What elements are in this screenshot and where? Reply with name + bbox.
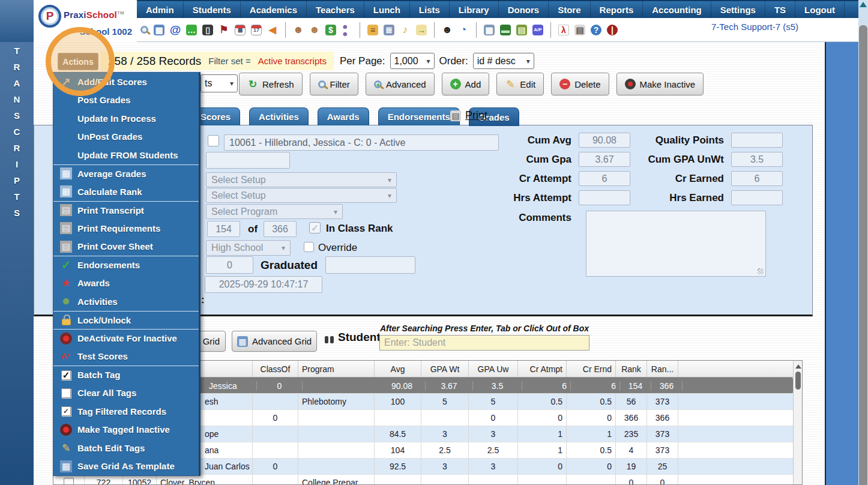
column-header-cr-ernd[interactable]: Cr Ernd bbox=[567, 361, 616, 377]
person-icon[interactable]: ☻ bbox=[309, 25, 320, 35]
menu-item-update-from-students[interactable]: Update FROM Students bbox=[53, 146, 199, 164]
column-header-ran[interactable]: Ran... bbox=[647, 361, 678, 377]
user-suit-icon[interactable]: ☻ bbox=[442, 25, 453, 35]
tab-activities[interactable]: Activities bbox=[249, 107, 309, 125]
calendar-grid-icon[interactable]: ▦ bbox=[235, 25, 246, 35]
menu-item-awards[interactable]: ★Awards bbox=[53, 274, 199, 293]
order-select[interactable]: id # desc▾ bbox=[473, 53, 534, 69]
empty-field[interactable] bbox=[206, 152, 290, 169]
menu-item-make-tagged-inactive[interactable]: Make Tagged Inactive bbox=[53, 421, 199, 439]
nav-item-accounting[interactable]: Accounting bbox=[643, 1, 711, 18]
add-button[interactable]: +Add bbox=[442, 73, 490, 95]
column-header-classof[interactable]: ClassOf bbox=[253, 361, 298, 377]
menu-item-test-scores[interactable]: A⁺Test Scores bbox=[53, 348, 199, 366]
in-class-rank-checkbox[interactable]: ✓ bbox=[309, 222, 321, 233]
chat-icon[interactable]: … bbox=[186, 25, 197, 35]
lunch-burger-icon[interactable]: ≡ bbox=[367, 25, 378, 35]
advanced-grid-button[interactable]: ▦ Advanced Grid bbox=[232, 331, 317, 352]
ap-badge-icon[interactable]: A/P bbox=[532, 25, 543, 35]
help-icon[interactable]: ? bbox=[591, 25, 601, 35]
refresh-button[interactable]: ↻Refresh bbox=[239, 73, 303, 95]
menu-item-print-transcript[interactable]: ▤Print Transcript bbox=[53, 201, 199, 220]
nav-item-library[interactable]: Library bbox=[450, 1, 499, 18]
menu-item-tag-filtered-records[interactable]: ✓Tag Filtered Records bbox=[53, 402, 199, 421]
menu-item-endorsements[interactable]: ✓Endorsements bbox=[53, 256, 199, 274]
menu-item-deactivate-for-inactive[interactable]: DeActivate For Inactive bbox=[53, 329, 199, 348]
record-type-select[interactable]: ts▾ bbox=[200, 74, 238, 92]
nav-item-academics[interactable]: Academics bbox=[241, 1, 307, 18]
scroll-up-icon[interactable] bbox=[795, 364, 801, 369]
clock-icon[interactable]: ◔ bbox=[458, 25, 469, 35]
notes-icon[interactable]: ≣ bbox=[384, 25, 394, 35]
ledger-icon[interactable]: ▦ bbox=[484, 25, 495, 35]
select-setup-2[interactable]: Select Setup▾ bbox=[206, 188, 397, 203]
check-card-icon[interactable]: ▬ bbox=[500, 25, 511, 35]
print-checks-icon[interactable]: ▤ bbox=[516, 25, 527, 35]
nav-item-ts[interactable]: TS bbox=[765, 1, 795, 18]
menu-item-calculate-rank[interactable]: ▦Calculate Rank bbox=[53, 182, 199, 201]
person-add-icon[interactable]: ☻ bbox=[293, 25, 304, 35]
megaphone-icon[interactable]: ◀ bbox=[267, 25, 278, 35]
school-level-select[interactable]: High School▾ bbox=[206, 240, 291, 256]
page-scrollbar[interactable] bbox=[858, 0, 868, 485]
column-header-rank[interactable]: Rank bbox=[616, 361, 647, 377]
table-row[interactable]: 72210052Clover, BrycenCollege Prepar00 bbox=[53, 475, 793, 485]
email-at-icon[interactable]: @ bbox=[170, 25, 181, 35]
student-search-input[interactable] bbox=[379, 335, 589, 351]
nav-item-admin[interactable]: Admin bbox=[137, 1, 184, 18]
select-program[interactable]: Select Program▾ bbox=[206, 204, 343, 219]
rank-field[interactable]: 154 bbox=[207, 221, 240, 237]
phone-icon[interactable]: ▯ bbox=[202, 25, 213, 35]
menu-item-unpost-grades[interactable]: UnPost Grades bbox=[53, 128, 199, 146]
override-checkbox[interactable] bbox=[304, 242, 314, 252]
menu-item-lock-unlock[interactable]: Lock/Unlock bbox=[53, 311, 199, 330]
nav-item-lists[interactable]: Lists bbox=[410, 1, 450, 18]
make-inactive-button[interactable]: Make Inactive bbox=[616, 73, 704, 95]
comments-textarea[interactable] bbox=[586, 211, 766, 277]
column-header-gpa-uw[interactable]: GPA Uw bbox=[469, 361, 518, 377]
rank-total-field[interactable]: 366 bbox=[264, 221, 297, 237]
nav-item-students[interactable]: Students bbox=[184, 1, 241, 18]
nav-item-settings[interactable]: Settings bbox=[711, 1, 765, 18]
calendar-date-icon[interactable]: 17 bbox=[251, 25, 262, 35]
graduated-field[interactable] bbox=[325, 256, 415, 274]
column-header-avg[interactable]: Avg bbox=[375, 361, 421, 377]
menu-item-post-grades[interactable]: Post Grades bbox=[53, 91, 199, 110]
nav-item-reports[interactable]: Reports bbox=[591, 1, 643, 18]
printer-icon[interactable]: ▤ bbox=[574, 25, 585, 35]
people-icon[interactable]: ☻☻ bbox=[342, 25, 352, 35]
calendar-icon[interactable]: ▦ bbox=[154, 25, 164, 35]
menu-item-clear-all-tags[interactable]: Clear All Tags bbox=[53, 384, 199, 403]
menu-item-average-grades[interactable]: ▦Average Grades bbox=[53, 164, 199, 183]
search-icon[interactable] bbox=[140, 26, 148, 34]
forward-icon[interactable]: → bbox=[416, 25, 427, 35]
column-header-program[interactable]: Program bbox=[298, 361, 375, 377]
resize-grip-icon[interactable] bbox=[758, 268, 764, 274]
nav-item-donors[interactable]: Donors bbox=[499, 1, 549, 18]
select-setup-1[interactable]: Select Setup▾ bbox=[206, 172, 397, 187]
column-header-cr-atmpt[interactable]: Cr Atmpt bbox=[518, 361, 567, 377]
edit-button[interactable]: ✎Edit bbox=[496, 73, 544, 95]
horn-icon[interactable]: ♪ bbox=[400, 25, 411, 35]
grid-scrollbar-thumb[interactable] bbox=[795, 372, 801, 390]
row-tag-checkbox[interactable] bbox=[64, 478, 74, 485]
print-link[interactable]: ▤ Print bbox=[450, 109, 487, 122]
filter-button[interactable]: Filter bbox=[310, 73, 358, 95]
advanced-button[interactable]: Advanced bbox=[366, 73, 435, 95]
per-page-select[interactable]: 1,000▾ bbox=[390, 53, 435, 69]
nav-item-store[interactable]: Store bbox=[549, 1, 590, 18]
grid-scrollbar[interactable] bbox=[793, 361, 802, 484]
nav-item-lunch[interactable]: Lunch bbox=[364, 1, 410, 18]
menu-item-batch-edit-tags[interactable]: ✎Batch Edit Tags bbox=[53, 439, 199, 457]
menu-item-print-requirements[interactable]: ▤Print Requirements bbox=[53, 219, 199, 238]
tab-endorsements[interactable]: Endorsements bbox=[378, 107, 460, 125]
actions-button[interactable]: Actions bbox=[58, 53, 98, 70]
menu-item-print-cover-sheet[interactable]: ▤Print Cover Sheet bbox=[53, 238, 199, 256]
menu-item-activities[interactable]: ☻Activities bbox=[53, 292, 199, 311]
pdf-icon[interactable]: λ bbox=[558, 25, 569, 35]
delete-button[interactable]: −Delete bbox=[551, 73, 609, 95]
scroll-up-icon[interactable] bbox=[860, 2, 867, 7]
zero-field[interactable]: 0 bbox=[206, 256, 253, 274]
menu-item-update-in-process[interactable]: Update In Process bbox=[53, 109, 199, 128]
stop-icon[interactable]: | bbox=[607, 25, 618, 35]
